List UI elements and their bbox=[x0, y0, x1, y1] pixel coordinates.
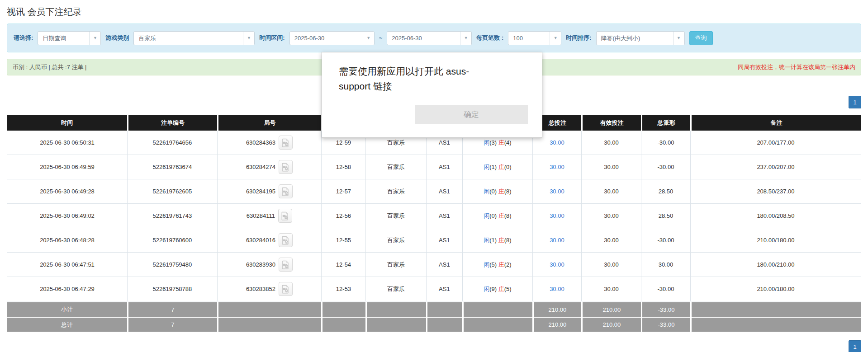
round-id-with-video: 630284274 bbox=[219, 160, 319, 174]
search-button[interactable]: 查询 bbox=[689, 31, 713, 45]
round-id-text: 630283852 bbox=[246, 286, 275, 292]
game-category-select[interactable]: 百家乐 ▼ bbox=[133, 31, 255, 45]
page-1-button[interactable]: 1 bbox=[849, 340, 861, 352]
query-type-select[interactable]: 日期查询 ▼ bbox=[38, 31, 101, 45]
total-bet-link[interactable]: 30.00 bbox=[550, 261, 564, 268]
cell-table: AS1 bbox=[426, 179, 462, 204]
total-bet-link[interactable]: 30.00 bbox=[550, 164, 564, 170]
game-category-value: 百家乐 bbox=[134, 32, 243, 45]
query-type-value: 日期查询 bbox=[38, 32, 89, 45]
date-from-value: 2025-06-30 bbox=[290, 32, 363, 45]
video-file-icon bbox=[281, 187, 290, 196]
cell-total-bet: 210.00 bbox=[532, 301, 581, 317]
cell-time: 小计 bbox=[7, 301, 127, 317]
video-file-icon bbox=[281, 138, 290, 147]
chevron-down-icon[interactable]: ▼ bbox=[460, 32, 471, 45]
dialog-ok-button[interactable]: 确定 bbox=[415, 105, 528, 124]
cell-time: 2025-06-30 06:48:28 bbox=[7, 228, 127, 253]
chevron-down-icon[interactable]: ▼ bbox=[673, 32, 684, 45]
cell-payout: -30.00 bbox=[641, 277, 690, 301]
cell-game: 百家乐 bbox=[365, 155, 426, 179]
cell-time: 2025-06-30 06:47:29 bbox=[7, 277, 127, 301]
player-label: 闲 bbox=[484, 286, 489, 292]
video-record-button[interactable] bbox=[279, 184, 293, 198]
cell-total-bet: 30.00 bbox=[532, 179, 581, 204]
cell-game: 百家乐 bbox=[365, 204, 426, 228]
cell-bet: 闲(9) 庄(5) bbox=[462, 277, 532, 301]
date-to-select[interactable]: 2025-06-30 ▼ bbox=[387, 31, 472, 45]
cell-valid-bet: 30.00 bbox=[581, 253, 641, 277]
cell-round-id bbox=[217, 317, 321, 332]
player-label: 闲 bbox=[484, 261, 489, 268]
cell-valid-bet: 30.00 bbox=[581, 228, 641, 253]
time-sort-select[interactable]: 降幂(由大到小) ▼ bbox=[596, 31, 685, 45]
total-bet-link[interactable]: 30.00 bbox=[550, 212, 564, 219]
cell-remark bbox=[690, 301, 861, 317]
table-row: 2025-06-30 06:48:28522619760600630284016… bbox=[7, 228, 861, 253]
cell-valid-bet: 30.00 bbox=[581, 277, 641, 301]
chevron-down-icon[interactable]: ▼ bbox=[550, 32, 561, 45]
video-file-icon bbox=[280, 211, 289, 221]
video-record-button[interactable] bbox=[279, 136, 293, 150]
cell-round-id: 630284195 bbox=[217, 179, 321, 204]
page-size-select[interactable]: 100 ▼ bbox=[508, 31, 561, 45]
video-record-button[interactable] bbox=[279, 233, 293, 247]
total-bet-link[interactable]: 30.00 bbox=[550, 188, 564, 195]
bet-points: (9) bbox=[489, 286, 498, 292]
cell-game bbox=[365, 301, 426, 317]
valid-bet-note: 同局有效投注，统一计算在该局第一张注单内 bbox=[738, 63, 855, 71]
total-bet-link[interactable]: 30.00 bbox=[550, 286, 564, 292]
cell-payout: 28.50 bbox=[641, 204, 690, 228]
bet-points: (3) bbox=[489, 139, 498, 146]
cell-valid-bet: 210.00 bbox=[581, 301, 641, 317]
round-id-text: 630284363 bbox=[246, 139, 275, 146]
total-bet-link[interactable]: 30.00 bbox=[550, 237, 564, 244]
cell-bet: 闲(0) 庄(8) bbox=[462, 179, 532, 204]
cell-remark: 207.00/177.00 bbox=[690, 131, 861, 155]
round-id-text: 630284016 bbox=[246, 237, 275, 244]
bet-points: (4) bbox=[504, 139, 512, 146]
cell-time: 2025-06-30 06:50:31 bbox=[7, 131, 127, 155]
total-bet-link[interactable]: 30.00 bbox=[550, 139, 564, 146]
bet-points: (1) bbox=[489, 164, 498, 170]
video-record-button[interactable] bbox=[278, 209, 292, 223]
page-1-button[interactable]: 1 bbox=[849, 96, 861, 108]
cell-remark: 210.00/180.00 bbox=[690, 277, 861, 301]
cell-table: AS1 bbox=[426, 253, 462, 277]
video-file-icon bbox=[281, 236, 290, 245]
cell-payout: 28.50 bbox=[641, 179, 690, 204]
col-header-bet-id: 注单编号 bbox=[127, 115, 217, 131]
cell-game: 百家乐 bbox=[365, 179, 426, 204]
cell-session: 12-56 bbox=[321, 204, 365, 228]
round-id-with-video: 630284111 bbox=[219, 209, 319, 223]
cell-valid-bet: 30.00 bbox=[581, 131, 641, 155]
round-id-with-video: 630284195 bbox=[219, 184, 319, 198]
chevron-down-icon[interactable]: ▼ bbox=[243, 32, 254, 45]
chevron-down-icon[interactable]: ▼ bbox=[89, 32, 100, 45]
date-from-select[interactable]: 2025-06-30 ▼ bbox=[289, 31, 375, 45]
cell-round-id: 630284363 bbox=[217, 131, 321, 155]
cell-bet-id: 7 bbox=[127, 317, 217, 332]
banker-label: 庄 bbox=[498, 212, 504, 219]
video-file-icon bbox=[281, 260, 290, 269]
table-row: 2025-06-30 06:49:28522619762605630284195… bbox=[7, 179, 861, 204]
cell-table: AS1 bbox=[426, 204, 462, 228]
cell-bet-id: 7 bbox=[127, 301, 217, 317]
cell-bet: 闲(1) 庄(8) bbox=[462, 228, 532, 253]
cell-bet-id: 522619761743 bbox=[127, 204, 217, 228]
video-record-button[interactable] bbox=[279, 258, 293, 272]
round-id-text: 630283930 bbox=[246, 261, 275, 268]
video-file-icon bbox=[281, 285, 290, 294]
bet-points: (8) bbox=[504, 237, 512, 244]
cell-payout: -30.00 bbox=[641, 131, 690, 155]
cell-payout: -33.00 bbox=[641, 317, 690, 332]
video-record-button[interactable] bbox=[279, 160, 293, 174]
cell-total-bet: 30.00 bbox=[532, 228, 581, 253]
cell-session: 12-55 bbox=[321, 228, 365, 253]
cell-remark bbox=[690, 317, 861, 332]
col-header-round-id: 局号 bbox=[217, 115, 321, 131]
cell-table bbox=[426, 317, 462, 332]
time-sort-label: 时间排序: bbox=[566, 34, 591, 42]
chevron-down-icon[interactable]: ▼ bbox=[363, 32, 374, 45]
video-record-button[interactable] bbox=[279, 282, 293, 296]
